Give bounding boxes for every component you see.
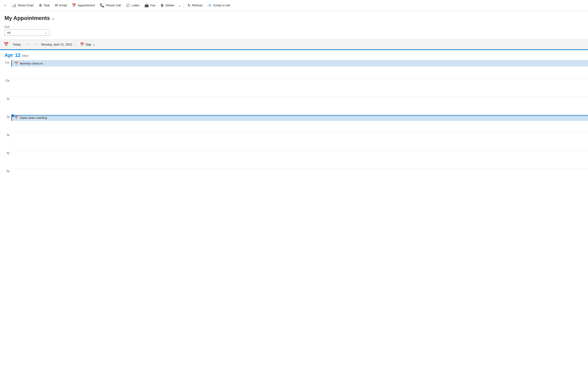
email-label: Email <box>59 4 67 7</box>
task-icon: 🗎 <box>39 3 42 7</box>
more-icon: ⌄ <box>178 4 181 7</box>
page-title-text: My Appointments <box>4 15 50 21</box>
prev-icon: ← <box>26 42 30 46</box>
toolbar: ← 📊 Show Chart 🗎 Task ✉ Email 📅 Appointm… <box>0 0 588 11</box>
time-row-1p: 1p <box>0 96 588 114</box>
email-icon: ✉ <box>55 3 58 7</box>
time-row-2p: 2p 📅 Sales team meeting <box>0 114 588 133</box>
calendar-nav: 📅 Today ← → Monday, April 12, 2021 ⌄ 📅 D… <box>0 39 588 49</box>
email-button[interactable]: ✉ Email <box>53 2 69 9</box>
time-content-5p <box>11 169 588 187</box>
current-time-line <box>0 114 588 117</box>
current-time-bar <box>14 115 588 116</box>
filter-value: All <box>7 31 10 34</box>
page-header: My Appointments ⌄ <box>0 11 588 23</box>
prev-day-button[interactable]: ← <box>25 41 31 48</box>
letter-icon: 📰 <box>126 3 130 7</box>
cal-date-text: Monday, April 12, 2021 <box>41 43 72 46</box>
refresh-icon: ↻ <box>188 3 190 7</box>
time-label-1p: 1p <box>0 96 11 100</box>
appointment-icon: 📅 <box>72 3 76 7</box>
today-label: Today <box>13 43 21 46</box>
chart-icon: 📊 <box>12 3 16 7</box>
time-label-3p: 3p <box>0 133 11 136</box>
email-link-button[interactable]: 📧 Email a Link <box>205 2 232 9</box>
refresh-button[interactable]: ↻ Refresh <box>185 2 205 9</box>
event-icon: 📅 <box>14 61 18 65</box>
filter-label: Due <box>4 25 584 29</box>
delete-label: Delete <box>166 4 174 7</box>
event-title: Monthly check-in <box>20 62 43 65</box>
cal-view-icon: 📅 <box>80 42 84 46</box>
time-content-1p <box>11 96 588 114</box>
refresh-label: Refresh <box>192 4 203 7</box>
filter-chevron: ⌄ <box>45 31 47 34</box>
phone-call-label: Phone Call <box>106 4 121 7</box>
time-content-12p <box>11 78 588 96</box>
time-row-3p: 3p <box>0 133 588 151</box>
cal-day-num: 12 <box>15 52 21 58</box>
next-day-button[interactable]: → <box>33 41 40 48</box>
show-chart-label: Show Chart <box>18 4 34 7</box>
cal-month: Apr <box>4 52 13 58</box>
due-filter-select[interactable]: All ⌄ <box>4 29 50 36</box>
time-content-11a: 📅 Monthly check-in <box>11 60 588 78</box>
back-icon: ← <box>3 3 7 8</box>
back-button[interactable]: ← <box>2 2 9 9</box>
letter-button[interactable]: 📰 Letter <box>124 2 142 9</box>
filter-area: Due All ⌄ <box>0 23 588 39</box>
time-label-5p: 5p <box>0 169 11 173</box>
time-label-12p: 12p <box>0 78 11 82</box>
phone-call-button[interactable]: 📞 Phone Call <box>98 2 123 9</box>
cal-view-button[interactable]: 📅 Day ⌄ <box>78 41 97 47</box>
time-content-4p <box>11 151 588 169</box>
fax-button[interactable]: 📠 Fax <box>142 2 158 9</box>
time-label-11a: 11a <box>0 60 11 64</box>
time-row-11a: 11a 📅 Monthly check-in <box>0 60 588 78</box>
more-button[interactable]: ⌄ <box>177 2 182 9</box>
calendar-area: Apr 12 Mon 11a 📅 Monthly check-in 12p 1p <box>0 49 588 187</box>
letter-label: Letter <box>132 4 140 7</box>
delete-button[interactable]: 🗑 Delete <box>158 2 176 9</box>
cal-date-heading: Apr 12 Mon <box>0 50 588 60</box>
page-title-chevron[interactable]: ⌄ <box>52 16 55 20</box>
next-icon: → <box>34 42 38 46</box>
task-label: Task <box>44 4 50 7</box>
fax-label: Fax <box>150 4 155 7</box>
time-content-3p <box>11 133 588 151</box>
current-time-dot <box>11 114 14 117</box>
time-row-4p: 4p <box>0 151 588 169</box>
cal-date-chevron: ⌄ <box>74 43 76 46</box>
page-title: My Appointments ⌄ <box>4 15 584 21</box>
time-row-12p: 12p <box>0 78 588 96</box>
email-link-label: Email a Link <box>213 4 230 7</box>
appointment-button[interactable]: 📅 Appointment <box>70 2 97 9</box>
email-link-icon: 📧 <box>208 3 212 7</box>
event-monthly-checkin[interactable]: 📅 Monthly check-in <box>11 60 588 67</box>
toolbar-divider <box>184 3 184 8</box>
cal-view-label: Day <box>86 43 91 46</box>
time-row-5p: 5p <box>0 169 588 187</box>
time-content-2p: 📅 Sales team meeting <box>11 114 588 133</box>
today-button[interactable]: Today <box>10 42 23 47</box>
time-grid: 11a 📅 Monthly check-in 12p 1p <box>0 60 588 187</box>
cal-date-display[interactable]: Monday, April 12, 2021 ⌄ <box>41 43 76 46</box>
cal-view-chevron: ⌄ <box>92 42 95 46</box>
delete-icon: 🗑 <box>160 3 164 7</box>
phone-icon: 📞 <box>100 3 105 7</box>
fax-icon: 📠 <box>144 3 149 7</box>
cal-day-name: Mon <box>22 54 28 57</box>
show-chart-button[interactable]: 📊 Show Chart <box>10 2 36 9</box>
task-button[interactable]: 🗎 Task <box>37 2 52 9</box>
time-label-4p: 4p <box>0 151 11 154</box>
appointment-label: Appointment <box>78 4 95 7</box>
calendar-icon: 📅 <box>4 42 9 47</box>
time-row-wrapper-2p: 2p 📅 Sales team meeting <box>0 114 588 133</box>
